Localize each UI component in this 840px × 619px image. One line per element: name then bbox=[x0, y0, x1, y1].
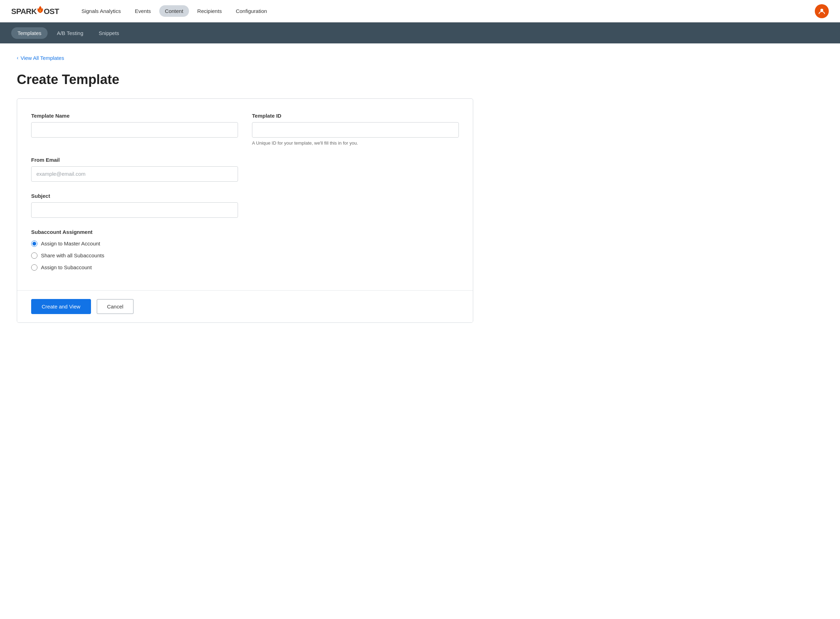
radio-option-share[interactable]: Share with all Subaccounts bbox=[31, 253, 459, 259]
template-id-hint: A Unique ID for your template, we'll fil… bbox=[252, 141, 459, 146]
sub-nav: Templates A/B Testing Snippets bbox=[0, 22, 840, 43]
subnav-templates[interactable]: Templates bbox=[11, 27, 48, 39]
nav-content[interactable]: Content bbox=[159, 5, 189, 17]
user-icon bbox=[818, 8, 825, 15]
nav-configuration[interactable]: Configuration bbox=[230, 5, 273, 17]
form-group-subject: Subject bbox=[31, 193, 238, 218]
user-avatar[interactable] bbox=[815, 4, 829, 18]
flame-icon bbox=[37, 6, 43, 13]
radio-option-assign[interactable]: Assign to Subaccount bbox=[31, 264, 459, 271]
nav-recipients[interactable]: Recipients bbox=[192, 5, 227, 17]
radio-master-label: Assign to Master Account bbox=[41, 241, 100, 247]
form-row-from-email: From Email bbox=[31, 157, 238, 182]
from-email-input[interactable] bbox=[31, 166, 238, 182]
subnav-ab-testing[interactable]: A/B Testing bbox=[51, 27, 90, 39]
back-link-text: View All Templates bbox=[21, 55, 64, 61]
form-footer: Create and View Cancel bbox=[17, 290, 473, 323]
radio-assign[interactable] bbox=[31, 264, 37, 271]
top-nav: SPARK OST Signals Analytics Events Conte… bbox=[0, 0, 840, 22]
logo[interactable]: SPARK OST bbox=[11, 6, 59, 16]
template-id-label: Template ID bbox=[252, 113, 459, 119]
form-group-template-id: Template ID A Unique ID for your templat… bbox=[252, 113, 459, 146]
main-content: ‹ View All Templates Create Template Tem… bbox=[0, 43, 490, 334]
subnav-snippets[interactable]: Snippets bbox=[93, 27, 125, 39]
form-group-template-name: Template Name bbox=[31, 113, 238, 146]
radio-share-label: Share with all Subaccounts bbox=[41, 253, 104, 259]
subaccount-section: Subaccount Assignment Assign to Master A… bbox=[31, 229, 459, 271]
radio-assign-label: Assign to Subaccount bbox=[41, 264, 92, 270]
logo-spark: SPARK bbox=[11, 7, 37, 16]
form-card: Template Name Template ID A Unique ID fo… bbox=[17, 99, 473, 323]
svg-point-0 bbox=[821, 9, 823, 12]
back-link[interactable]: ‹ View All Templates bbox=[17, 55, 64, 61]
nav-links: Signals Analytics Events Content Recipie… bbox=[76, 5, 815, 17]
form-row-subject: Subject bbox=[31, 193, 238, 218]
nav-signals[interactable]: Signals Analytics bbox=[76, 5, 127, 17]
radio-share[interactable] bbox=[31, 253, 37, 259]
radio-option-master[interactable]: Assign to Master Account bbox=[31, 241, 459, 247]
radio-master[interactable] bbox=[31, 241, 37, 247]
back-chevron-icon: ‹ bbox=[17, 55, 19, 61]
nav-events[interactable]: Events bbox=[129, 5, 157, 17]
create-and-view-button[interactable]: Create and View bbox=[31, 299, 91, 314]
logo-post: OST bbox=[44, 7, 59, 16]
template-name-label: Template Name bbox=[31, 113, 238, 119]
template-name-input[interactable] bbox=[31, 122, 238, 138]
form-row-name-id: Template Name Template ID A Unique ID fo… bbox=[31, 113, 459, 146]
page-title: Create Template bbox=[17, 72, 473, 87]
from-email-label: From Email bbox=[31, 157, 238, 163]
form-body: Template Name Template ID A Unique ID fo… bbox=[17, 99, 473, 290]
template-id-input[interactable] bbox=[252, 122, 459, 138]
subject-input[interactable] bbox=[31, 202, 238, 218]
form-group-from-email: From Email bbox=[31, 157, 238, 182]
cancel-button[interactable]: Cancel bbox=[97, 299, 134, 314]
subject-label: Subject bbox=[31, 193, 238, 199]
radio-group: Assign to Master Account Share with all … bbox=[31, 241, 459, 271]
subaccount-label: Subaccount Assignment bbox=[31, 229, 459, 235]
